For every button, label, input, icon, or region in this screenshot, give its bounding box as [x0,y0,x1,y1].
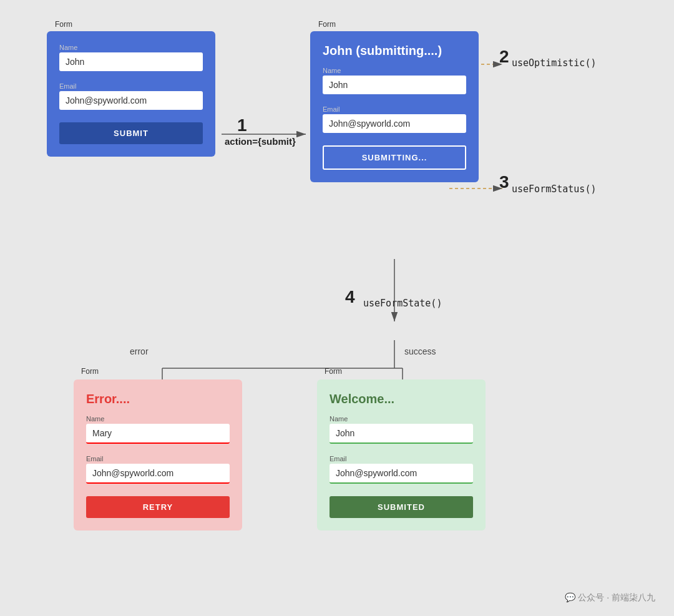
form1-submit-button[interactable]: SUBMIT [59,122,203,144]
form-success-name-group: Name [330,415,473,450]
form-error-title: Error.... [86,392,230,406]
form1-label: Form [55,20,72,29]
form2-title: John (submitting....) [323,44,466,58]
form-success-email-group: Email [330,455,473,490]
form-error-email-input[interactable] [86,464,230,484]
form-success-email-input[interactable] [330,464,473,484]
success-branch-label: success [404,346,436,356]
watermark: 💬 公众号 · 前端柒八九 [565,592,655,604]
form1-name-group: Name [59,44,203,77]
form-success-name-label: Name [330,415,473,423]
form-error-email-label: Email [86,455,230,462]
form1-email-group: Email [59,82,203,116]
step3-hook: useFormStatus() [512,183,596,195]
form1-name-label: Name [59,44,203,51]
step4-number: 4 [345,287,355,307]
form-success-name-input[interactable] [330,424,473,444]
form-error-email-group: Email [86,455,230,490]
form2-card: John (submitting....) Name Email SUBMITT… [310,31,479,182]
form2-email-input[interactable] [323,114,466,133]
step3-number: 3 [499,172,509,192]
form2-email-label: Email [323,105,466,113]
form-error-name-input[interactable] [86,424,230,444]
diagram-container: 1 action={submit} 2 useOptimistic() 3 us… [0,0,674,616]
form-success-email-label: Email [330,455,473,462]
form-success-title: Welcome... [330,392,473,406]
form2-submit-button[interactable]: SUBMITTING... [323,145,466,170]
form1-card: Name Email SUBMIT [47,31,215,157]
form-error-name-label: Name [86,415,230,423]
step4-hook: useFormState() [363,298,442,309]
form2-name-group: Name [323,67,466,100]
form1-email-label: Email [59,82,203,90]
form-error-label: Form [81,367,99,376]
form2-label: Form [318,20,336,29]
form2-name-label: Name [323,67,466,74]
form-error-card: Error.... Name Email RETRY [74,379,242,530]
form1-name-input[interactable] [59,52,203,71]
form-success-label: Form [325,367,342,376]
step2-hook: useOptimistic() [512,57,596,69]
form-success-card: Welcome... Name Email SUBMITED [317,379,486,530]
form-error-name-group: Name [86,415,230,450]
form2-email-group: Email [323,105,466,139]
error-branch-label: error [130,346,149,356]
form-error-retry-button[interactable]: RETRY [86,496,230,518]
form-success-submit-button[interactable]: SUBMITED [330,496,473,518]
step1-number: 1 [237,115,247,135]
form1-email-input[interactable] [59,91,203,110]
form2-name-input[interactable] [323,76,466,94]
step1-label: action={submit} [225,136,296,147]
step2-number: 2 [499,47,509,67]
wechat-icon: 💬 [565,592,575,602]
